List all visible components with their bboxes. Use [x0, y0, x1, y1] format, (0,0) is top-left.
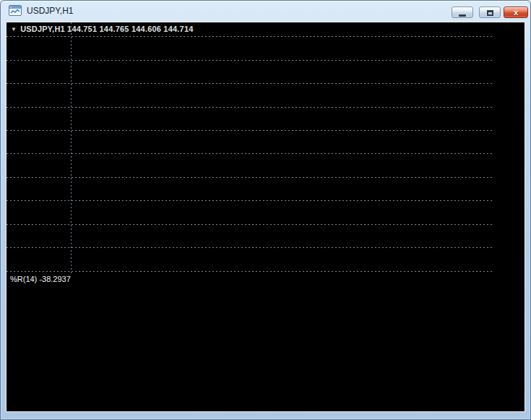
wpr-panel[interactable]	[7, 273, 524, 395]
close-button[interactable]: x	[504, 7, 528, 18]
close-icon: x	[504, 7, 527, 17]
main-grid	[7, 22, 493, 273]
symbol-dropdown-icon[interactable]: ▼	[11, 26, 17, 33]
mt4-chart-window: USDJPY,H1 x ▼USDJPY,H1 144.751 144.765 1…	[0, 0, 531, 420]
chart-header-text: USDJPY,H1 144.751 144.765 144.606 144.71…	[20, 25, 193, 33]
restore-button[interactable]	[479, 7, 501, 18]
wpr-name: %R(14)	[10, 275, 37, 283]
chart-icon	[9, 5, 22, 17]
chart-ohlc-header: ▼USDJPY,H1 144.751 144.765 144.606 144.7…	[11, 25, 194, 33]
time-axis	[7, 395, 524, 411]
window-titlebar[interactable]: USDJPY,H1 x	[1, 1, 530, 22]
chart-client-area: ▼USDJPY,H1 144.751 144.765 144.606 144.7…	[6, 22, 525, 412]
restore-icon	[487, 10, 493, 16]
main-chart[interactable]	[7, 22, 524, 273]
minimize-icon	[459, 14, 466, 17]
minimize-button[interactable]	[452, 7, 473, 18]
wpr-value: -38.2937	[39, 275, 70, 283]
wpr-indicator-label: %R(14) -38.2937	[10, 275, 71, 283]
window-title: USDJPY,H1	[27, 6, 73, 16]
